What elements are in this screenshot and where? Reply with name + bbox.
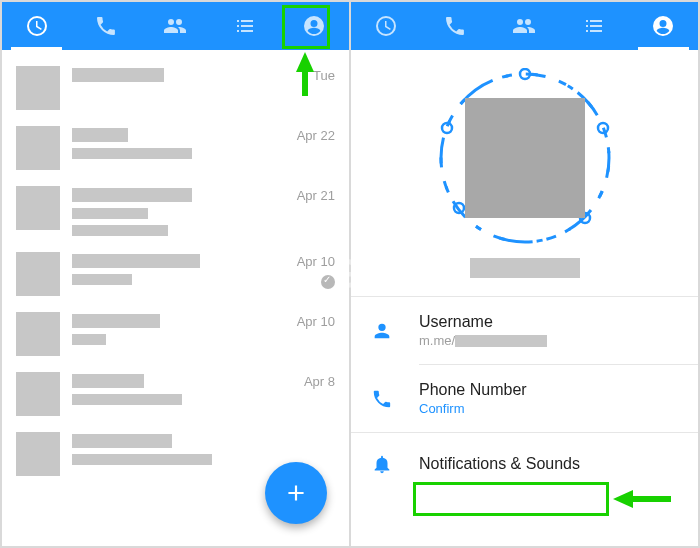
avatar-placeholder — [16, 252, 60, 296]
preview-placeholder — [72, 208, 148, 219]
name-placeholder — [72, 188, 192, 202]
chat-list: Tue Apr 22 Apr 21 Apr 10 Apr 10 Apr 8 — [2, 50, 349, 484]
annotation-arrow-up — [296, 52, 314, 72]
chat-date: Apr 22 — [289, 128, 335, 143]
profile-photo-placeholder — [465, 98, 585, 218]
preview-placeholder — [72, 274, 132, 285]
tab-calls[interactable] — [424, 2, 487, 50]
avatar-placeholder — [16, 186, 60, 230]
preview-placeholder — [72, 334, 106, 345]
row-title: Phone Number — [419, 381, 527, 399]
topbar-right — [351, 2, 698, 50]
avatar-placeholder — [16, 372, 60, 416]
chat-row[interactable]: Apr 8 — [2, 364, 349, 424]
chat-date: Apr 10 — [289, 314, 335, 329]
tab-recent[interactable] — [5, 2, 68, 50]
annotation-arrow-left — [613, 490, 633, 508]
preview-placeholder — [72, 225, 168, 236]
chat-row[interactable]: Apr 10 — [2, 304, 349, 364]
tab-groups[interactable] — [213, 2, 276, 50]
avatar-placeholder — [16, 432, 60, 476]
clock-icon — [374, 14, 398, 38]
annotation-notifications-highlight — [413, 482, 609, 516]
settings-section: Username m.me/ Phone Number Confirm Noti… — [351, 296, 698, 495]
people-icon — [512, 14, 536, 38]
avatar-placeholder — [16, 66, 60, 110]
people-icon — [163, 14, 187, 38]
name-placeholder — [72, 434, 172, 448]
chat-date: Apr 21 — [289, 188, 335, 203]
messenger-code[interactable] — [435, 68, 615, 248]
row-username[interactable]: Username m.me/ — [351, 297, 698, 364]
phone-icon — [443, 14, 467, 38]
name-placeholder — [72, 374, 144, 388]
tab-profile[interactable] — [632, 2, 695, 50]
annotation-profile-tab-highlight — [282, 5, 330, 49]
row-title: Username — [419, 313, 547, 331]
tab-calls[interactable] — [75, 2, 138, 50]
list-icon — [233, 14, 257, 38]
avatar-placeholder — [16, 312, 60, 356]
name-placeholder — [72, 314, 160, 328]
tab-people[interactable] — [493, 2, 556, 50]
tab-groups[interactable] — [562, 2, 625, 50]
name-placeholder — [72, 68, 164, 82]
phone-icon — [94, 14, 118, 38]
pane-right-messenger-profile: Username m.me/ Phone Number Confirm Noti… — [351, 2, 698, 546]
username-redacted — [455, 335, 547, 347]
chat-row[interactable]: Apr 10 — [2, 244, 349, 304]
tab-people[interactable] — [144, 2, 207, 50]
profile-name-placeholder — [470, 258, 580, 278]
chat-row[interactable]: Apr 22 — [2, 118, 349, 178]
list-icon — [582, 14, 606, 38]
bell-icon — [371, 453, 393, 475]
plus-icon — [283, 480, 309, 506]
compose-fab[interactable] — [265, 462, 327, 524]
row-action[interactable]: Confirm — [419, 401, 527, 416]
row-title: Notifications & Sounds — [419, 455, 580, 473]
profile-icon — [651, 14, 675, 38]
row-phone[interactable]: Phone Number Confirm — [351, 365, 698, 432]
name-placeholder — [72, 254, 200, 268]
phone-icon — [371, 388, 393, 410]
row-subtitle: m.me/ — [419, 333, 547, 348]
preview-placeholder — [72, 148, 192, 159]
avatar-placeholder — [16, 126, 60, 170]
person-icon — [371, 320, 393, 342]
name-placeholder — [72, 128, 128, 142]
chat-row[interactable]: Apr 21 — [2, 178, 349, 244]
clock-icon — [25, 14, 49, 38]
read-receipt-icon — [321, 275, 335, 289]
preview-placeholder — [72, 454, 212, 465]
chat-date: Apr 10 — [289, 254, 335, 269]
preview-placeholder — [72, 394, 182, 405]
chat-date: Apr 8 — [289, 374, 335, 389]
pane-left-messenger-recent: Tue Apr 22 Apr 21 Apr 10 Apr 10 Apr 8 — [2, 2, 349, 546]
tab-recent[interactable] — [354, 2, 417, 50]
